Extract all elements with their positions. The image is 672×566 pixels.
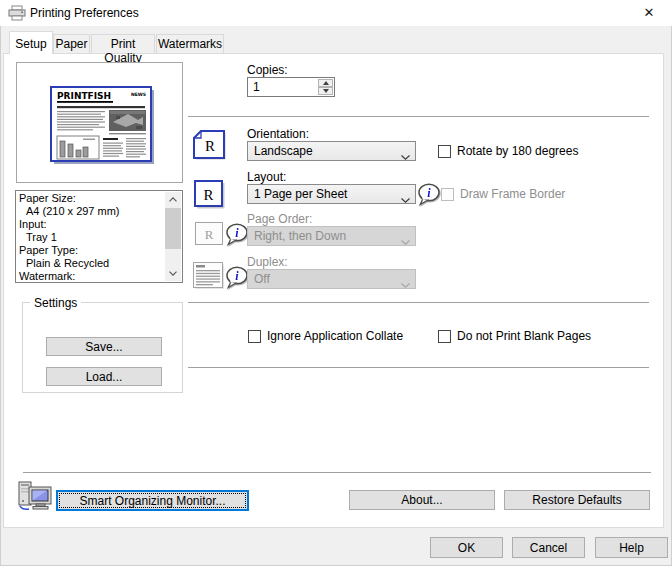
watermark-label: Watermark:: [19, 270, 120, 283]
spinner-down-icon: [323, 89, 329, 93]
ok-button[interactable]: OK: [430, 537, 503, 558]
chevron-down-icon: [401, 235, 410, 246]
scroll-up-button[interactable]: [165, 192, 181, 207]
paper-summary-lines: Paper Size: A4 (210 x 297 mm) Input: Tra…: [19, 192, 120, 283]
help-button[interactable]: Help: [595, 537, 668, 558]
printing-preferences-dialog: Printing Preferences ✕ Setup Paper Print…: [0, 0, 672, 566]
tab-setup[interactable]: Setup: [9, 31, 53, 54]
rotate-180-checkbox[interactable]: [438, 145, 451, 158]
orientation-select[interactable]: Landscape: [247, 141, 416, 161]
smart-organizing-monitor-button[interactable]: Smart Organizing Monitor...: [56, 490, 249, 511]
orientation-value: Landscape: [254, 144, 313, 158]
draw-frame-border-checkbox: [441, 188, 454, 201]
orientation-page-icon: R: [193, 130, 226, 160]
spinner-up-icon: [323, 81, 329, 85]
chevron-down-icon: [401, 193, 410, 204]
page-order-label: Page Order:: [247, 212, 312, 226]
orientation-label: Orientation:: [247, 127, 309, 141]
layout-page-icon: R: [194, 180, 225, 209]
chevron-down-icon: [401, 150, 410, 161]
tab-print-quality[interactable]: Print Quality: [91, 34, 155, 53]
duplex-info-balloon-icon: i: [225, 266, 249, 289]
titlebar: Printing Preferences ✕: [0, 0, 672, 26]
info-scrollbar[interactable]: [165, 192, 181, 281]
printer-icon: [8, 5, 26, 24]
scroll-down-icon: [169, 271, 177, 276]
svg-text:R: R: [205, 138, 215, 154]
scroll-down-button[interactable]: [165, 266, 181, 281]
scroll-up-icon: [169, 197, 177, 202]
ignore-collate-checkbox[interactable]: [248, 330, 261, 343]
close-button[interactable]: ✕: [626, 0, 672, 26]
preview-masthead: PRINTFISH: [57, 91, 111, 101]
tab-paper[interactable]: Paper: [53, 34, 90, 53]
draw-frame-border-label: Draw Frame Border: [460, 187, 565, 201]
ignore-collate-label: Ignore Application Collate: [267, 329, 403, 343]
window-title: Printing Preferences: [30, 6, 139, 20]
save-button[interactable]: Save...: [46, 337, 162, 356]
rotate-180-label: Rotate by 180 degrees: [457, 144, 578, 158]
paper-size-label: Paper Size:: [19, 192, 120, 205]
layout-label: Layout:: [247, 170, 286, 184]
separator-1: [188, 116, 649, 117]
paper-size-value: A4 (210 x 297 mm): [19, 205, 120, 218]
copies-input[interactable]: [249, 79, 315, 94]
layout-info-balloon-icon: i: [417, 183, 441, 206]
svg-text:R: R: [203, 187, 213, 203]
computer-monitor-icon: [16, 480, 54, 511]
settings-group-label: Settings: [30, 296, 81, 310]
preview-corner-label: NEWS: [131, 92, 146, 97]
input-value: Tray 1: [19, 231, 120, 244]
layout-select[interactable]: 1 Page per Sheet: [247, 184, 416, 204]
blank-pages-checkbox[interactable]: [438, 330, 451, 343]
separator-3: [188, 367, 649, 368]
page-order-select: Right, then Down: [247, 226, 416, 246]
duplex-select: Off: [247, 269, 416, 289]
duplex-value: Off: [254, 272, 270, 286]
svg-text:R: R: [205, 227, 214, 242]
spinner-down-button[interactable]: [318, 87, 333, 95]
paper-type-label: Paper Type:: [19, 244, 120, 257]
about-button[interactable]: About...: [349, 490, 495, 510]
scrollbar-thumb[interactable]: [165, 208, 181, 249]
close-icon: ✕: [644, 5, 655, 20]
separator-4: [23, 472, 651, 473]
layout-value: 1 Page per Sheet: [254, 187, 347, 201]
page-order-info-balloon-icon: i: [225, 223, 249, 246]
copies-label: Copies:: [247, 63, 288, 77]
blank-pages-label: Do not Print Blank Pages: [457, 329, 591, 343]
load-button[interactable]: Load...: [46, 367, 162, 386]
restore-defaults-button[interactable]: Restore Defaults: [504, 490, 650, 510]
spinner-up-button[interactable]: [318, 79, 333, 87]
paper-summary-box: Paper Size: A4 (210 x 297 mm) Input: Tra…: [15, 190, 183, 283]
newspaper-preview-image: PRINTFISH NEWS: [50, 86, 156, 168]
page-order-icon: R: [195, 222, 224, 246]
separator-2: [188, 302, 649, 303]
chevron-down-icon: [401, 278, 410, 289]
copies-spinner: [247, 77, 335, 97]
duplex-document-icon: [193, 262, 224, 289]
page-order-value: Right, then Down: [254, 229, 346, 243]
duplex-label: Duplex:: [247, 255, 288, 269]
cancel-button[interactable]: Cancel: [512, 537, 585, 558]
paper-type-value: Plain & Recycled: [19, 257, 120, 270]
input-label: Input:: [19, 218, 120, 231]
tab-watermarks[interactable]: Watermarks: [156, 34, 224, 53]
